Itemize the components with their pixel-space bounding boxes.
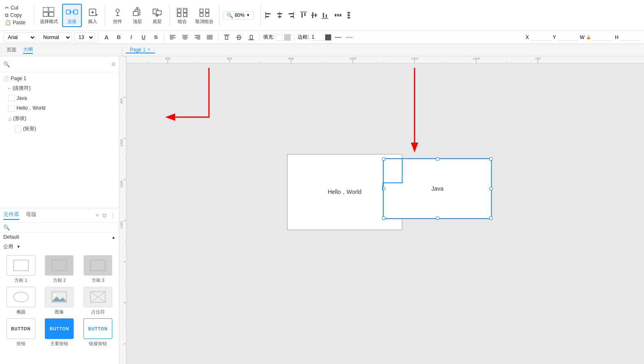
font-size-large-button[interactable]: A <box>102 32 111 42</box>
svg-point-7 <box>69 11 71 13</box>
text-align-justify-button[interactable] <box>205 32 215 42</box>
comp-item-image[interactable]: 图像 <box>42 287 77 315</box>
x-input[interactable] <box>530 34 551 41</box>
bottom-layer-button[interactable]: 底层 <box>148 5 166 26</box>
strikethrough-button[interactable]: S <box>151 32 161 42</box>
handle-tr[interactable] <box>489 157 493 161</box>
handle-ml[interactable] <box>382 187 385 190</box>
comp-item-frame2[interactable]: 方框 2 <box>42 255 77 283</box>
border-color-box[interactable] <box>325 34 331 41</box>
divider-fmt3 <box>218 33 218 41</box>
y-input[interactable] <box>558 34 578 41</box>
cut-button[interactable]: ✂ Cut <box>3 5 27 11</box>
valign-top-button[interactable] <box>222 32 232 42</box>
filter-icon[interactable]: ⊞ <box>111 61 116 67</box>
comp-item-ellipse[interactable]: 椭圆 <box>3 287 39 315</box>
border-style-dashed[interactable] <box>345 32 354 42</box>
underline-button[interactable]: U <box>139 32 148 42</box>
align-middle-v-button[interactable] <box>309 10 319 20</box>
tree-item-java[interactable]: Java <box>0 93 119 103</box>
text-align-right-button[interactable] <box>192 32 202 42</box>
align-top-button[interactable] <box>299 10 308 20</box>
comp-item-frame1[interactable]: 方框 1 <box>3 255 39 283</box>
ungroup-button[interactable]: 取消组合 <box>193 5 216 26</box>
comp-lib-tab2[interactable]: 母版 <box>26 211 37 220</box>
h-input[interactable] <box>620 34 641 41</box>
svg-point-8 <box>73 11 74 13</box>
insert-button[interactable]: ▼ 插入 <box>83 5 102 26</box>
comp-item-link-btn[interactable]: BUTTON 链接按钮 <box>80 318 116 347</box>
svg-point-81 <box>14 292 28 302</box>
connect-button[interactable]: 连接 <box>62 4 82 27</box>
main-toolbar: ✂ Cut ⧉ Copy 📋 Paste 选择模式 <box>0 0 644 31</box>
group-icon <box>176 7 188 17</box>
zoom-control[interactable]: 🔍 80% ▼ <box>223 11 254 20</box>
border-width-input[interactable]: 1 <box>311 34 323 41</box>
handle-bl[interactable] <box>382 217 385 220</box>
handle-tl[interactable] <box>382 157 385 161</box>
font-size-select[interactable]: 13 <box>74 32 95 42</box>
w-input[interactable] <box>593 34 613 41</box>
fill-color-empty[interactable] <box>276 34 283 41</box>
control-button[interactable]: 控件 <box>109 5 127 26</box>
tree-item-rectangle[interactable]: (矩形) <box>0 124 119 134</box>
paste-button[interactable]: 📋 Paste <box>3 19 27 26</box>
comp-thumb-primary-btn: BUTTON <box>45 318 74 339</box>
font-family-select[interactable]: Arial <box>3 32 36 42</box>
main-canvas[interactable]: Hello，World <box>127 64 644 364</box>
comp-item-primary-btn[interactable]: BUTTON 主要按钮 <box>42 318 77 347</box>
distribute-v-button[interactable] <box>344 10 354 20</box>
page-tab-bar: 页面 大纲 Page 1 ✕ <box>0 44 644 56</box>
comp-thumb-frame2 <box>45 255 74 276</box>
sidebar-search-input[interactable] <box>12 59 110 69</box>
handle-tm[interactable] <box>436 157 439 161</box>
copy-button[interactable]: ⧉ Copy <box>3 12 27 18</box>
font-style-select[interactable]: Normal <box>39 32 72 42</box>
svg-rect-30 <box>266 13 271 14</box>
comp-item-button[interactable]: BUTTON 按钮 <box>3 318 39 347</box>
valign-middle-button[interactable] <box>234 32 244 42</box>
text-align-center-button[interactable] <box>180 32 190 42</box>
comp-item-placeholder[interactable]: 占位符 <box>80 287 116 315</box>
align-center-h-button[interactable] <box>275 10 285 20</box>
distribute-h-button[interactable] <box>333 10 343 20</box>
tree-item-hello-world[interactable]: Hello，World <box>0 103 119 113</box>
tree-item-shape[interactable]: △ (形状) <box>0 113 119 124</box>
group-button[interactable]: 组合 <box>173 5 191 26</box>
divider4 <box>219 5 220 25</box>
top-layer-button[interactable]: 顶层 <box>128 5 146 26</box>
divider-fmt1 <box>98 33 98 41</box>
add-comp-button[interactable]: + <box>95 212 99 219</box>
valign-bottom-button[interactable] <box>246 32 256 42</box>
italic-button[interactable]: I <box>126 32 136 42</box>
svg-rect-39 <box>301 13 303 18</box>
handle-mr[interactable] <box>489 187 493 190</box>
copy-comp-button[interactable]: ⧉ <box>102 212 107 219</box>
comp-lib-tabs: 元件库 母版 <box>3 211 94 220</box>
more-comp-button[interactable]: ⋮ <box>110 212 116 219</box>
copy-icon: ⧉ <box>5 12 9 18</box>
align-right-button[interactable] <box>285 10 295 20</box>
align-left-button[interactable] <box>264 10 274 20</box>
align-bottom-button[interactable] <box>320 10 330 20</box>
handle-br[interactable] <box>489 217 493 220</box>
comp-thumb-frame3 <box>83 255 112 276</box>
java-box[interactable]: Java <box>383 158 492 219</box>
comp-lib-tab1[interactable]: 元件库 <box>3 211 19 220</box>
text-align-left-button[interactable] <box>168 32 178 42</box>
border-style-solid[interactable] <box>333 32 343 42</box>
comp-search-input[interactable] <box>12 225 116 230</box>
bold-button[interactable]: B <box>114 32 124 42</box>
comp-item-frame3[interactable]: 方框 3 <box>80 255 116 283</box>
fill-color-box[interactable] <box>284 34 291 41</box>
tree-item-connector[interactable]: ⌐ (连接符) <box>0 83 119 93</box>
comp-lib-search-row: 🔍 <box>0 223 119 233</box>
comp-search-icon: 🔍 <box>3 224 10 230</box>
canvas-area: 800 1000 1200 1400 <box>119 56 644 364</box>
handle-bm[interactable] <box>436 217 439 220</box>
canvas-tab-page1[interactable]: Page 1 ✕ <box>126 47 155 53</box>
tab-close-button[interactable]: ✕ <box>147 47 151 52</box>
tree-item-page1[interactable]: 📄 Page 1 <box>0 74 119 83</box>
outline-label[interactable]: 大纲 <box>23 46 33 54</box>
select-mode-button[interactable]: 选择模式 <box>37 5 60 26</box>
